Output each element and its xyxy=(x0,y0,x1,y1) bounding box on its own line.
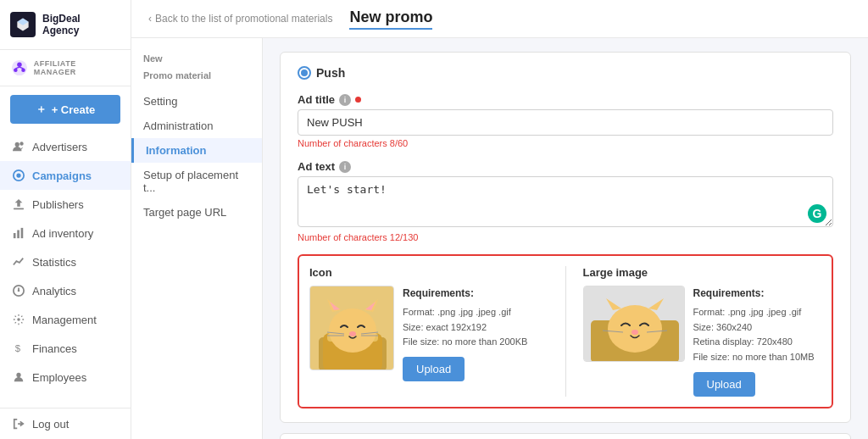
icon-req-text: Requirements: Format: .png .jpg .jpeg .g… xyxy=(403,286,527,350)
subnav-item-target[interactable]: Target page URL xyxy=(131,200,262,225)
logo-area: BigDeal Agency xyxy=(0,0,131,50)
people-icon xyxy=(12,140,25,153)
topbar: ‹ Back to the list of promotional materi… xyxy=(131,0,868,38)
image-divider xyxy=(565,266,566,397)
stats-icon xyxy=(12,255,25,269)
ad-text-wrap: Let's start! G xyxy=(298,176,833,230)
push-label: Push xyxy=(316,66,345,80)
plus-icon: ＋ xyxy=(36,102,47,117)
page-title: New promo xyxy=(349,8,432,30)
content-area: New Promo material Setting Administratio… xyxy=(131,38,868,439)
management-icon xyxy=(12,313,25,326)
bar-chart-icon xyxy=(12,226,25,240)
svg-point-29 xyxy=(349,331,356,336)
ad-title-field: Ad title i Number of characters 8/60 xyxy=(298,93,833,148)
ad-title-char-count: Number of characters 8/60 xyxy=(298,138,833,148)
ad-text-char-count: Number of characters 12/130 xyxy=(298,232,833,242)
svg-point-17 xyxy=(17,318,20,321)
campaign-icon xyxy=(12,169,25,182)
sidebar-item-employees[interactable]: Employees xyxy=(0,363,131,392)
large-req-text: Requirements: Format: .png .jpg .jpeg .g… xyxy=(693,286,815,365)
analytics-icon xyxy=(12,284,25,297)
affiliate-icon xyxy=(10,58,29,77)
image-upload-section: Icon xyxy=(298,254,833,408)
sidebar-item-ad-inventory[interactable]: Ad inventory xyxy=(0,219,131,247)
main-area: ‹ Back to the list of promotional materi… xyxy=(131,0,868,439)
subnav-item-administration[interactable]: Administration xyxy=(131,114,262,138)
affiliate-label: AFFILIATE MANAGER xyxy=(34,59,120,76)
dollar-icon: $ xyxy=(12,342,25,355)
svg-rect-10 xyxy=(14,208,24,209)
ad-title-input[interactable] xyxy=(298,109,833,136)
affiliate-bar: AFFILIATE MANAGER xyxy=(0,50,131,86)
ad-text-label: Ad text i xyxy=(298,160,833,173)
sidebar-item-statistics[interactable]: Statistics xyxy=(0,247,131,276)
person-icon xyxy=(12,370,25,384)
ad-text-field: Ad text i Let's start! G Number of chara… xyxy=(298,160,833,242)
push-card: Push Ad title i Number of characters 8/6… xyxy=(280,52,851,423)
icon-upload-row: Requirements: Format: .png .jpg .jpeg .g… xyxy=(309,286,548,381)
sidebar-label-campaigns: Campaigns xyxy=(32,169,92,182)
back-link-text: Back to the list of promotional material… xyxy=(155,13,332,25)
svg-point-9 xyxy=(16,173,20,177)
sidebar-item-finances[interactable]: $ Finances xyxy=(0,334,131,363)
ad-text-info-icon[interactable]: i xyxy=(339,161,351,173)
large-image-upload-button[interactable]: Upload xyxy=(693,372,755,397)
icon-upload-block: Icon xyxy=(309,266,548,397)
back-link[interactable]: ‹ Back to the list of promotional materi… xyxy=(148,13,332,25)
sidebar-label-employees: Employees xyxy=(32,371,86,384)
subnav-item-setup[interactable]: Setup of placement t... xyxy=(131,163,262,200)
svg-point-6 xyxy=(15,142,19,147)
svg-text:$: $ xyxy=(15,343,21,353)
sidebar-item-analytics[interactable]: Analytics xyxy=(0,276,131,305)
required-indicator xyxy=(355,97,361,103)
svg-rect-13 xyxy=(21,228,24,238)
sidebar-label-ad-inventory: Ad inventory xyxy=(32,227,93,240)
svg-point-2 xyxy=(14,68,18,72)
svg-point-1 xyxy=(17,63,21,67)
large-image-requirements: Requirements: Format: .png .jpg .jpeg .g… xyxy=(693,286,815,397)
icon-title: Icon xyxy=(309,266,548,279)
push-tab: Push xyxy=(298,66,833,80)
sidebar-label-management: Management xyxy=(32,314,97,326)
sidebar-item-publishers[interactable]: Publishers xyxy=(0,190,131,219)
ad-title-info-icon[interactable]: i xyxy=(339,94,351,106)
icon-preview xyxy=(309,286,394,370)
back-chevron-icon: ‹ xyxy=(148,13,152,25)
large-image-preview xyxy=(583,286,685,362)
subnav-item-setting[interactable]: Setting xyxy=(131,89,262,114)
icon-upload-button[interactable]: Upload xyxy=(403,357,465,381)
form-area: Push Ad title i Number of characters 8/6… xyxy=(263,38,868,439)
sidebar-item-campaigns[interactable]: Campaigns xyxy=(0,161,131,190)
push-radio[interactable] xyxy=(298,66,311,80)
large-image-upload-block: Large image xyxy=(583,266,822,397)
sidebar-label-advertisers: Advertisers xyxy=(32,141,87,153)
logo-text: BigDeal Agency xyxy=(42,13,81,37)
create-button[interactable]: ＋ + Create xyxy=(10,95,120,124)
svg-point-7 xyxy=(19,142,23,145)
placement-card[interactable]: ▶ Setup of placement types xyxy=(280,433,851,439)
logout-label: Log out xyxy=(32,418,69,431)
large-image-upload-row: Requirements: Format: .png .jpg .jpeg .g… xyxy=(583,286,822,397)
svg-point-19 xyxy=(16,373,20,377)
subnav-item-information[interactable]: Information xyxy=(131,138,262,163)
svg-point-3 xyxy=(21,68,25,72)
svg-rect-12 xyxy=(17,231,19,239)
svg-point-36 xyxy=(608,305,662,353)
radio-inner xyxy=(301,69,308,76)
sidebar-item-advertisers[interactable]: Advertisers xyxy=(0,132,131,161)
ad-text-input[interactable]: Let's start! xyxy=(298,176,833,227)
sidebar: BigDeal Agency AFFILIATE MANAGER ＋ + Cre… xyxy=(0,0,131,439)
sidebar-item-management[interactable]: Management xyxy=(0,305,131,334)
sidebar-label-analytics: Analytics xyxy=(32,285,76,297)
sidebar-label-publishers: Publishers xyxy=(32,198,84,211)
svg-point-39 xyxy=(632,330,638,335)
logout-item[interactable]: Log out xyxy=(0,408,131,439)
svg-rect-11 xyxy=(14,233,16,238)
create-label: + Create xyxy=(52,103,96,116)
subnav: New Promo material Setting Administratio… xyxy=(131,38,263,439)
icon-requirements: Requirements: Format: .png .jpg .jpeg .g… xyxy=(403,286,527,381)
upload-icon xyxy=(12,197,25,211)
grammarly-icon[interactable]: G xyxy=(808,204,826,223)
sidebar-label-finances: Finances xyxy=(32,342,77,355)
